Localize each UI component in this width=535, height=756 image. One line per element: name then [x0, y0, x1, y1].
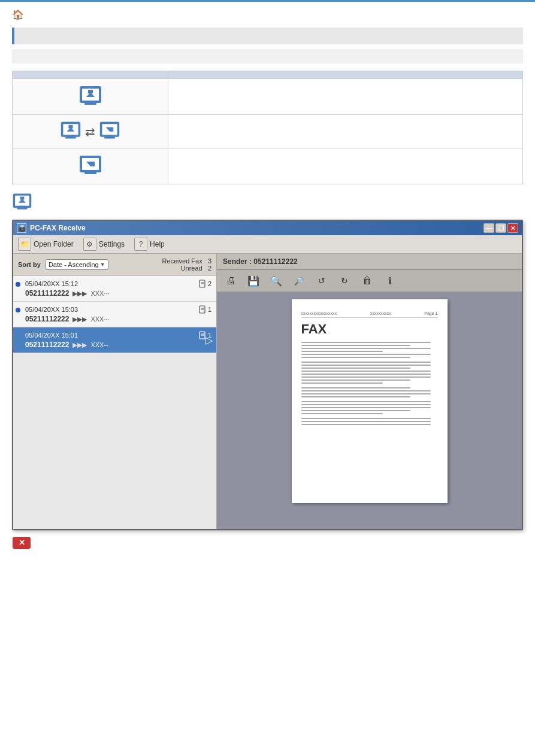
- help-button[interactable]: ? Help: [134, 238, 165, 251]
- zoom-in-button[interactable]: 🔎: [290, 272, 308, 289]
- fax-preview-content: xxxxxxxxxxxxxxxxx xxxxxxxxxx Page 1 FAX: [217, 292, 522, 529]
- fax-sender: 05211112222: [25, 315, 69, 323]
- pcfax-titlebar: 📠 PC-FAX Receive — ❐ ✕: [13, 221, 522, 235]
- fax-pages: 2: [198, 280, 211, 288]
- fax-arrows-icon: ▶▶▶: [72, 341, 87, 349]
- unread-dot: [16, 308, 20, 312]
- feature-table-col1: [13, 71, 168, 79]
- close-red-icon: ✕: [12, 536, 31, 551]
- list-item[interactable]: 05/04/20XX 15:01 1 05211112222 ▶▶▶ XXX--…: [13, 327, 216, 353]
- minimize-button[interactable]: —: [483, 223, 494, 233]
- fax-list-header: Sort by Date - Ascending ▼ Received Fax …: [13, 254, 216, 276]
- sort-dropdown[interactable]: Date - Ascending ▼: [46, 259, 108, 270]
- fax-list-panel: Sort by Date - Ascending ▼ Received Fax …: [13, 254, 217, 529]
- rotate-right-button[interactable]: ↻: [335, 272, 353, 289]
- unread-label: Unread: [181, 265, 202, 272]
- feature-table: ⇄: [12, 71, 523, 184]
- unread-count: 2: [208, 265, 211, 272]
- fax-list-empty: [13, 353, 216, 529]
- fax-item-top: 05/04/20XX 15:03 1: [18, 305, 211, 314]
- list-item[interactable]: 05/04/20XX 15:12 2 05211112222 ▶▶▶ XXX··…: [13, 276, 216, 302]
- unread-dot: [16, 282, 20, 287]
- pcfax-title-icon: 📠: [17, 223, 26, 233]
- fax-item-bottom: 05211112222 ▶▶▶ XXX···: [18, 289, 211, 297]
- sender-label: Sender :: [223, 257, 252, 266]
- sender-value: 05211112222: [253, 257, 297, 266]
- pcfax-toolbar: 📁 Open Folder ⚙ Settings ? Help: [13, 235, 522, 254]
- settings-button[interactable]: ⚙ Settings: [83, 238, 125, 251]
- fax-status: XXX···: [90, 315, 109, 323]
- sort-value: Date - Ascending: [49, 261, 99, 268]
- list-item[interactable]: 05/04/20XX 15:03 1 05211112222 ▶▶▶ XXX··…: [13, 302, 216, 327]
- feature-icon-cell-2: ⇄: [13, 115, 168, 148]
- pcfax-window: 📠 PC-FAX Receive — ❐ ✕ 📁 Open Folder ⚙ S…: [12, 220, 523, 530]
- chevron-down-icon: ▼: [100, 262, 105, 268]
- feature-desc-3: [168, 148, 523, 184]
- svg-rect-20: [84, 172, 96, 174]
- pc-fax-transfer-only-icon: [78, 171, 102, 179]
- feature-desc-2: [168, 115, 523, 148]
- open-folder-button[interactable]: 📁 Open Folder: [18, 238, 74, 251]
- transfer-arrow-icon: ⇄: [85, 125, 95, 139]
- fax-arrows-icon: ▶▶▶: [72, 290, 87, 297]
- fax-datetime: 05/04/20XX 15:01: [25, 332, 78, 339]
- close-button[interactable]: ✕: [507, 223, 518, 233]
- svg-rect-15: [104, 137, 115, 139]
- fax-page: xxxxxxxxxxxxxxxxx xxxxxxxxxx Page 1 FAX: [292, 299, 448, 503]
- fax-text-body: [301, 342, 438, 425]
- bottom-note: ✕: [12, 536, 523, 551]
- fax-status: XXX--: [90, 341, 108, 348]
- home-icon[interactable]: 🏠: [12, 9, 24, 20]
- fax-item-bottom: 05211112222 ▶▶▶ XXX--: [18, 341, 211, 349]
- sub-header: [12, 49, 523, 63]
- rotate-left-button[interactable]: ↺: [313, 272, 331, 289]
- pc-fax-receive-icon: [78, 101, 102, 110]
- fax-item-bottom: 05211112222 ▶▶▶ XXX···: [18, 315, 211, 323]
- fax-datetime: 05/04/20XX 15:12: [25, 280, 78, 287]
- svg-text:✕: ✕: [19, 538, 25, 547]
- restore-button[interactable]: ❐: [495, 223, 506, 233]
- svg-rect-14: [107, 135, 113, 137]
- unread-stat: Unread 2: [162, 265, 211, 272]
- pcfax-body: Sort by Date - Ascending ▼ Received Fax …: [13, 254, 522, 529]
- received-fax-stat: Received Fax 3: [162, 257, 211, 265]
- svg-rect-25: [17, 208, 28, 210]
- footer-icon-row: [12, 192, 523, 214]
- feature-icon-cell-1: [13, 79, 168, 115]
- svg-rect-8: [68, 135, 74, 137]
- svg-rect-19: [87, 170, 94, 172]
- fax-item-top: 05/04/20XX 15:01 1: [18, 331, 211, 339]
- svg-rect-9: [65, 137, 76, 139]
- table-row: ⇄: [13, 115, 523, 148]
- settings-icon: ⚙: [83, 238, 96, 251]
- save-button[interactable]: 💾: [244, 272, 262, 289]
- help-icon: ?: [134, 238, 147, 251]
- info-button[interactable]: ℹ: [381, 272, 399, 289]
- forward-icon: ▷: [205, 335, 213, 346]
- print-button[interactable]: 🖨: [222, 272, 240, 289]
- feature-table-col2: [168, 71, 523, 79]
- sort-label: Sort by: [18, 261, 41, 268]
- svg-rect-5: [88, 90, 93, 93]
- fax-datetime: 05/04/20XX 15:03: [25, 306, 78, 313]
- fax-sender: 05211112222: [25, 289, 69, 297]
- win-controls: — ❐ ✕: [483, 223, 518, 233]
- zoom-out-button[interactable]: 🔍: [267, 272, 285, 289]
- home-row: 🏠: [0, 7, 535, 23]
- svg-rect-24: [19, 206, 25, 208]
- received-fax-count: 3: [208, 257, 211, 265]
- svg-rect-11: [68, 125, 72, 128]
- svg-rect-27: [20, 197, 25, 200]
- fax-preview-toolbar: 🖨 💾 🔍 🔎 ↺ ↻ 🗑 ℹ: [217, 270, 522, 292]
- fax-pages: 1: [198, 305, 211, 314]
- fax-page-header: xxxxxxxxxxxxxxxxx xxxxxxxxxx Page 1: [301, 311, 438, 318]
- fax-preview-header: Sender : 05211112222: [217, 254, 522, 270]
- section-header: [12, 28, 523, 44]
- feature-desc-1: [168, 79, 523, 115]
- fax-status: XXX···: [90, 290, 109, 297]
- delete-button[interactable]: 🗑: [358, 272, 376, 289]
- fax-stats: Received Fax 3 Unread 2: [162, 257, 211, 272]
- footer-pc-fax-icon: [12, 192, 32, 214]
- fax-item-top: 05/04/20XX 15:12 2: [18, 280, 211, 288]
- fax-title-text: FAX: [301, 321, 438, 337]
